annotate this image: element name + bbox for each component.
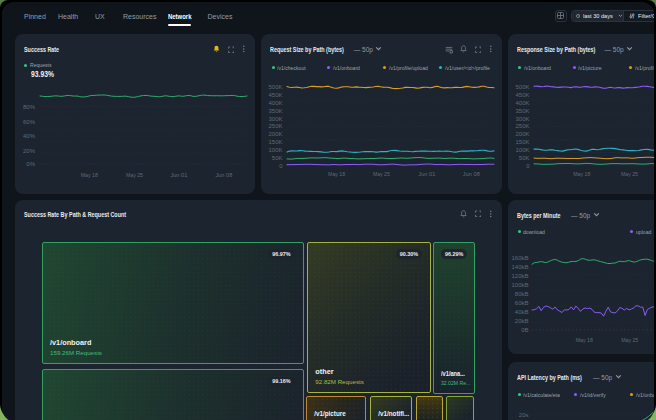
svg-text:400K: 400K [268,100,282,106]
svg-text:Jun 01: Jun 01 [418,171,436,177]
svg-text:150K: 150K [268,139,282,145]
svg-text:150K: 150K [515,139,529,145]
svg-text:40kB: 40kB [515,309,529,315]
svg-text:May 18: May 18 [81,172,99,178]
svg-text:450K: 450K [515,92,529,98]
svg-text:40%: 40% [23,133,36,139]
svg-text:250K: 250K [268,123,282,129]
svg-text:450K: 450K [268,92,282,98]
svg-text:100K: 100K [268,147,282,153]
svg-text:Jun 08: Jun 08 [463,171,481,177]
svg-text:May 18: May 18 [573,171,591,177]
svg-text:120kB: 120kB [511,273,528,279]
svg-text:200K: 200K [268,131,282,137]
svg-text:80%: 80% [23,104,36,110]
svg-text:0B: 0B [521,327,528,333]
svg-text:300K: 300K [515,116,529,122]
svg-text:20kB: 20kB [515,318,529,324]
svg-text:20%: 20% [23,148,36,154]
svg-text:160kB: 160kB [511,255,528,261]
svg-text:300K: 300K [268,116,282,122]
svg-text:May 18: May 18 [576,337,594,343]
svg-text:May 25: May 25 [621,171,639,177]
svg-text:60kB: 60kB [515,300,529,306]
svg-text:May 25: May 25 [126,172,144,178]
svg-text:0: 0 [279,163,283,169]
svg-text:20s: 20s [519,412,529,418]
svg-text:May 25: May 25 [373,171,391,177]
svg-text:140kB: 140kB [511,264,528,270]
svg-text:0: 0 [526,163,530,169]
svg-text:50K: 50K [272,155,283,161]
svg-text:May 25: May 25 [621,337,639,343]
svg-text:400K: 400K [515,100,529,106]
svg-text:50K: 50K [519,155,530,161]
svg-text:0%: 0% [26,161,35,167]
svg-text:500K: 500K [268,84,282,90]
svg-text:100kB: 100kB [511,282,528,288]
svg-text:Jun 08: Jun 08 [215,172,233,178]
svg-text:350K: 350K [268,108,282,114]
svg-text:Jun 01: Jun 01 [170,172,188,178]
svg-text:200K: 200K [515,131,529,137]
svg-text:250K: 250K [515,123,529,129]
svg-text:350K: 350K [515,108,529,114]
svg-text:May 18: May 18 [328,171,346,177]
svg-text:60%: 60% [23,119,36,125]
svg-text:500K: 500K [515,84,529,90]
svg-text:100K: 100K [515,147,529,153]
svg-text:80kB: 80kB [515,291,529,297]
